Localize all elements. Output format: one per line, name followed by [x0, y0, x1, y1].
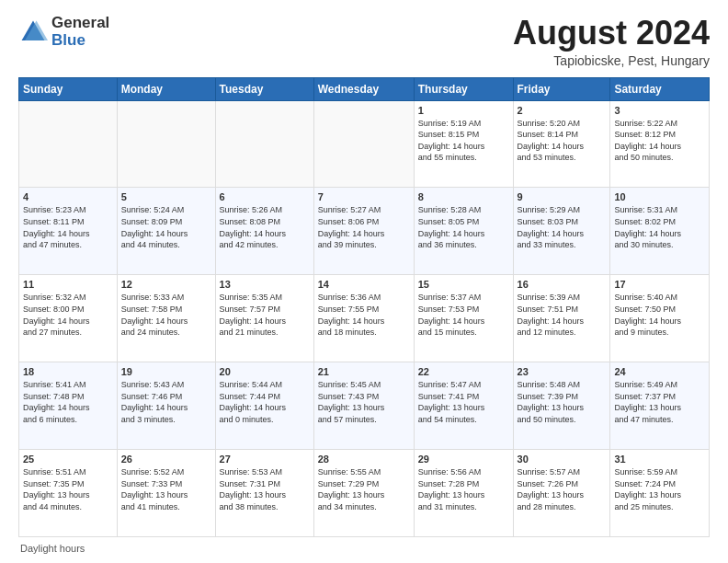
day-number: 30 — [518, 454, 607, 465]
calendar-cell: 18Sunrise: 5:41 AM Sunset: 7:48 PM Dayli… — [19, 362, 118, 450]
calendar-cell: 21Sunrise: 5:45 AM Sunset: 7:43 PM Dayli… — [313, 362, 414, 450]
day-info: Sunrise: 5:23 AM Sunset: 8:11 PM Dayligh… — [23, 204, 113, 250]
day-number: 16 — [518, 279, 607, 290]
day-number: 31 — [614, 454, 705, 465]
calendar-cell: 26Sunrise: 5:52 AM Sunset: 7:33 PM Dayli… — [117, 450, 215, 537]
day-info: Sunrise: 5:37 AM Sunset: 7:53 PM Dayligh… — [418, 292, 509, 338]
day-info: Sunrise: 5:35 AM Sunset: 7:57 PM Dayligh… — [220, 292, 310, 338]
day-info: Sunrise: 5:26 AM Sunset: 8:08 PM Dayligh… — [220, 204, 310, 250]
day-number: 13 — [220, 279, 310, 290]
day-number: 21 — [318, 366, 410, 377]
day-info: Sunrise: 5:59 AM Sunset: 7:24 PM Dayligh… — [614, 466, 705, 512]
calendar-cell: 25Sunrise: 5:51 AM Sunset: 7:35 PM Dayli… — [19, 450, 118, 537]
calendar-cell: 3Sunrise: 5:22 AM Sunset: 8:12 PM Daylig… — [610, 100, 710, 188]
day-number: 8 — [418, 191, 509, 202]
day-number: 25 — [23, 454, 113, 465]
calendar-cell: 1Sunrise: 5:19 AM Sunset: 8:15 PM Daylig… — [414, 100, 513, 188]
footer-note: Daylight hours — [18, 543, 710, 554]
day-info: Sunrise: 5:20 AM Sunset: 8:14 PM Dayligh… — [518, 118, 607, 164]
calendar-cell: 7Sunrise: 5:27 AM Sunset: 8:06 PM Daylig… — [313, 188, 414, 275]
calendar-cell: 11Sunrise: 5:32 AM Sunset: 8:00 PM Dayli… — [19, 275, 118, 362]
calendar-cell: 14Sunrise: 5:36 AM Sunset: 7:55 PM Dayli… — [313, 275, 414, 362]
day-number: 26 — [121, 454, 211, 465]
day-info: Sunrise: 5:43 AM Sunset: 7:46 PM Dayligh… — [121, 379, 211, 425]
logo: General Blue — [18, 15, 109, 49]
day-info: Sunrise: 5:39 AM Sunset: 7:51 PM Dayligh… — [518, 292, 607, 338]
day-number: 27 — [220, 454, 310, 465]
day-number: 12 — [121, 279, 211, 290]
calendar-cell: 9Sunrise: 5:29 AM Sunset: 8:03 PM Daylig… — [513, 188, 610, 275]
day-info: Sunrise: 5:45 AM Sunset: 7:43 PM Dayligh… — [318, 379, 410, 425]
calendar-cell: 12Sunrise: 5:33 AM Sunset: 7:58 PM Dayli… — [117, 275, 215, 362]
day-number: 18 — [23, 366, 113, 377]
calendar-cell — [313, 100, 414, 188]
calendar-cell: 29Sunrise: 5:56 AM Sunset: 7:28 PM Dayli… — [414, 450, 513, 537]
day-info: Sunrise: 5:56 AM Sunset: 7:28 PM Dayligh… — [418, 466, 509, 512]
calendar-cell: 27Sunrise: 5:53 AM Sunset: 7:31 PM Dayli… — [215, 450, 313, 537]
day-number: 7 — [318, 191, 410, 202]
calendar-cell: 5Sunrise: 5:24 AM Sunset: 8:09 PM Daylig… — [117, 188, 215, 275]
calendar-table: Sunday Monday Tuesday Wednesday Thursday… — [18, 77, 710, 537]
day-number: 24 — [614, 366, 705, 377]
day-number: 10 — [614, 191, 705, 202]
day-info: Sunrise: 5:28 AM Sunset: 8:05 PM Dayligh… — [418, 204, 509, 250]
calendar-cell: 19Sunrise: 5:43 AM Sunset: 7:46 PM Dayli… — [117, 362, 215, 450]
calendar-cell: 6Sunrise: 5:26 AM Sunset: 8:08 PM Daylig… — [215, 188, 313, 275]
calendar-cell: 28Sunrise: 5:55 AM Sunset: 7:29 PM Dayli… — [313, 450, 414, 537]
calendar-cell: 16Sunrise: 5:39 AM Sunset: 7:51 PM Dayli… — [513, 275, 610, 362]
day-info: Sunrise: 5:33 AM Sunset: 7:58 PM Dayligh… — [121, 292, 211, 338]
day-number: 29 — [418, 454, 509, 465]
day-info: Sunrise: 5:52 AM Sunset: 7:33 PM Dayligh… — [121, 466, 211, 512]
day-info: Sunrise: 5:19 AM Sunset: 8:15 PM Dayligh… — [418, 118, 509, 164]
week-row-3: 11Sunrise: 5:32 AM Sunset: 8:00 PM Dayli… — [19, 275, 710, 362]
day-info: Sunrise: 5:57 AM Sunset: 7:26 PM Dayligh… — [518, 466, 607, 512]
col-thursday: Thursday — [414, 77, 513, 100]
day-info: Sunrise: 5:36 AM Sunset: 7:55 PM Dayligh… — [318, 292, 410, 338]
logo-icon — [18, 17, 48, 47]
day-number: 17 — [614, 279, 705, 290]
day-number: 4 — [23, 191, 113, 202]
header: General Blue August 2024 Tapiobicske, Pe… — [18, 15, 710, 68]
col-saturday: Saturday — [610, 77, 710, 100]
calendar: Sunday Monday Tuesday Wednesday Thursday… — [18, 77, 710, 537]
day-info: Sunrise: 5:48 AM Sunset: 7:39 PM Dayligh… — [518, 379, 607, 425]
day-info: Sunrise: 5:31 AM Sunset: 8:02 PM Dayligh… — [614, 204, 705, 250]
week-row-5: 25Sunrise: 5:51 AM Sunset: 7:35 PM Dayli… — [19, 450, 710, 537]
logo-blue: Blue — [51, 32, 109, 50]
title-block: August 2024 Tapiobicske, Pest, Hungary — [513, 15, 710, 68]
calendar-cell: 13Sunrise: 5:35 AM Sunset: 7:57 PM Dayli… — [215, 275, 313, 362]
logo-text: General Blue — [51, 15, 109, 49]
day-info: Sunrise: 5:32 AM Sunset: 8:00 PM Dayligh… — [23, 292, 113, 338]
day-number: 5 — [121, 191, 211, 202]
day-info: Sunrise: 5:55 AM Sunset: 7:29 PM Dayligh… — [318, 466, 410, 512]
calendar-cell: 30Sunrise: 5:57 AM Sunset: 7:26 PM Dayli… — [513, 450, 610, 537]
day-number: 3 — [614, 105, 705, 116]
week-row-4: 18Sunrise: 5:41 AM Sunset: 7:48 PM Dayli… — [19, 362, 710, 450]
main-title: August 2024 — [513, 15, 710, 52]
page: General Blue August 2024 Tapiobicske, Pe… — [0, 0, 728, 563]
calendar-cell: 22Sunrise: 5:47 AM Sunset: 7:41 PM Dayli… — [414, 362, 513, 450]
col-monday: Monday — [117, 77, 215, 100]
day-number: 15 — [418, 279, 509, 290]
day-info: Sunrise: 5:44 AM Sunset: 7:44 PM Dayligh… — [220, 379, 310, 425]
subtitle: Tapiobicske, Pest, Hungary — [513, 53, 710, 68]
col-sunday: Sunday — [19, 77, 118, 100]
day-info: Sunrise: 5:22 AM Sunset: 8:12 PM Dayligh… — [614, 118, 705, 164]
day-info: Sunrise: 5:40 AM Sunset: 7:50 PM Dayligh… — [614, 292, 705, 338]
day-number: 11 — [23, 279, 113, 290]
calendar-cell — [117, 100, 215, 188]
col-wednesday: Wednesday — [313, 77, 414, 100]
day-info: Sunrise: 5:29 AM Sunset: 8:03 PM Dayligh… — [518, 204, 607, 250]
day-number: 2 — [518, 105, 607, 116]
calendar-cell: 31Sunrise: 5:59 AM Sunset: 7:24 PM Dayli… — [610, 450, 710, 537]
col-tuesday: Tuesday — [215, 77, 313, 100]
day-info: Sunrise: 5:24 AM Sunset: 8:09 PM Dayligh… — [121, 204, 211, 250]
calendar-cell: 8Sunrise: 5:28 AM Sunset: 8:05 PM Daylig… — [414, 188, 513, 275]
day-info: Sunrise: 5:27 AM Sunset: 8:06 PM Dayligh… — [318, 204, 410, 250]
day-number: 9 — [518, 191, 607, 202]
logo-general: General — [51, 15, 109, 32]
week-row-1: 1Sunrise: 5:19 AM Sunset: 8:15 PM Daylig… — [19, 100, 710, 188]
calendar-cell — [215, 100, 313, 188]
day-info: Sunrise: 5:53 AM Sunset: 7:31 PM Dayligh… — [220, 466, 310, 512]
calendar-cell: 4Sunrise: 5:23 AM Sunset: 8:11 PM Daylig… — [19, 188, 118, 275]
